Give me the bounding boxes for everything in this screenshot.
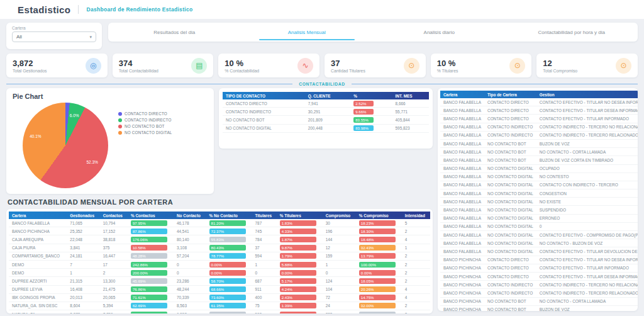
percent-cell: 62.69% (128, 302, 174, 310)
status-badge: 176.06% (131, 237, 167, 242)
table-cell: CONTACTO INDIRECTO (484, 131, 536, 139)
tab-analisis-diario[interactable]: Analisis diario (373, 23, 506, 42)
table-cell: NATURA_GA. SIN DESC (9, 302, 67, 310)
table-row: CONTACTO DIRECTO7,9412.52%8,666 (223, 99, 429, 108)
table-cell: 23,286 (174, 277, 206, 285)
table-cell: 0 (174, 269, 206, 277)
monthly-table-title: CONTACTABILIDAD MENSUAL POR CARTERA (6, 194, 433, 209)
page-title: Estadistico (18, 4, 70, 15)
table-cell: CONTACTO INDIRECTO (484, 289, 536, 297)
table-cell: DUPREE AZZORTI (9, 277, 67, 285)
table-cell: CONTACTO DIRECTO (484, 256, 536, 264)
status-badge: 72.37% (209, 229, 246, 234)
percent-cell: 68.66% (206, 285, 252, 293)
table-cell: CONTACTO DIRECTO (484, 264, 536, 272)
table-cell: NO CONTACTO DIGITAL (484, 222, 536, 230)
tab-contactabilidad-por-hora-y-dia[interactable]: Contactabilidad por hora y dia (506, 23, 638, 42)
table-cell: DUPREE LEYVA (9, 285, 67, 293)
table-cell: 0 (252, 269, 277, 277)
table-cell: CONTACTO EFECTIVO - TITULAR NO DESEA INF… (536, 98, 638, 106)
percent-cell: 73.60% (206, 293, 252, 302)
percent-cell: 83.55% (350, 116, 392, 124)
table-cell: DEMO (9, 260, 67, 268)
table-cell: 104 (323, 285, 356, 293)
table-row: BANCO PICHINCHANO CONTACTO BOTBUZON DE V… (440, 305, 638, 311)
table-row: DUPREE AZZORTI21,31513,30045.69%23,28658… (9, 277, 430, 285)
table-cell: CONTACTO EFECTIVO - TITULAR INFORMADO (536, 264, 638, 272)
table-cell: 30,291 (305, 108, 350, 116)
gestion-table: CarteraTipo de CarteraGestionQ.Clients% … (440, 91, 638, 311)
table-cell: NO CONTACTO BOT (484, 297, 536, 305)
table-cell: 3,841 (67, 244, 99, 252)
table-cell: 0 (536, 222, 638, 230)
table-row: COMPARTAMOS_BANCO24,18116,44748.28%57,20… (9, 252, 430, 260)
percent-cell: 32.00% (356, 302, 402, 310)
percent-cell: 176.06% (128, 235, 174, 244)
percent-cell: 43.27% (206, 310, 252, 313)
column-header: Q. CLIENTE (305, 92, 350, 99)
percent-cell: 18.05% (356, 277, 402, 285)
status-badge: 18.48% (359, 237, 396, 242)
table-cell: 124 (323, 277, 356, 285)
status-badge: 1.79% (280, 253, 316, 259)
dashboard: Estadistico Dashboard de Rendimiento Est… (0, 0, 644, 316)
table-cell: BANCO PICHINCHA (440, 305, 484, 311)
table-cell: NO CONTACTO DIGITAL (484, 214, 536, 222)
percent-cell: 45.59% (356, 310, 402, 313)
table-cell: 8,563 (174, 302, 206, 310)
legend-dot (118, 112, 122, 116)
column-header: % Compromiso (356, 212, 402, 219)
table-row: DEMO717242.86%00.00%15.88%1100.00%2 (9, 260, 430, 268)
table-row: BANCO FALABELLANO CONTACTO DIGITALERRONE… (440, 214, 638, 222)
table-cell: BANCO FALABELLA (440, 247, 484, 256)
table-cell: BANCO PICHINCHA (440, 289, 484, 297)
percent-cell: 97.95% (128, 219, 174, 227)
main-content: Pie Chart 6.0%52.3%40.1% CONTACTO DIRECT… (0, 88, 644, 313)
column-header: % No Contacto (206, 212, 252, 219)
table-row: BANCO FALABELLANO CONTACTO BOTNO CONTACT… (440, 148, 638, 156)
table-cell: BANCO FALABELLA (440, 189, 484, 198)
table-row: BANCO PICHINCHACONTACTO DIRECTOCONTACTO … (440, 256, 638, 264)
table-row: BANCO FALABELLANO CONTACTO DIGITALCONTAC… (440, 181, 638, 189)
table-cell: 24,181 (67, 252, 99, 260)
legend-dot (118, 118, 122, 122)
table-cell: CONTACTO INDIRECTO - TERCERO RELACIONADO (536, 131, 638, 139)
status-badge: 55.83% (209, 237, 246, 242)
kpi-row: 3,872Total Gestionados◎374Total Contacta… (0, 50, 644, 79)
table-cell: BANCO FALABELLA (440, 231, 484, 239)
table-cell: 10,794 (100, 219, 128, 227)
percent-cell: 20.26% (356, 285, 402, 293)
percent-cell: 1.83% (277, 219, 323, 227)
table-cell: NO CONTACTO DIGITAL (484, 247, 536, 256)
gestion-table-card[interactable]: CarteraTipo de CarteraGestionQ.Clients% … (438, 88, 638, 311)
table-row: BANCO FALABELLANO CONTACTO DIGITAL010.01… (440, 222, 638, 230)
percent-cell: 87.86% (128, 227, 174, 235)
table-cell: 22,048 (67, 235, 99, 244)
table-row: CAJA AREQUIPA22,04838,818176.06%80,14055… (9, 235, 430, 244)
status-badge: 14.75% (359, 295, 396, 300)
table-cell: NO CONTACTO BOT (484, 139, 536, 147)
table-cell: 2 (402, 277, 430, 285)
table-cell: 17,152 (100, 227, 128, 235)
status-badge: 18.30% (359, 229, 396, 234)
tab-resultados-del-dia[interactable]: Resultados del dia (108, 23, 241, 42)
table-cell: 12 (323, 244, 356, 252)
tab-analisis-mensual[interactable]: Analisis Mensual (241, 23, 374, 42)
breadcrumb-subtitle[interactable]: Dashboard de Rendimiento Estadistico (86, 6, 192, 13)
table-cell: BANCO FALABELLA (440, 222, 484, 230)
status-badge: 80.43% (209, 245, 246, 251)
status-badge: 71.61% (131, 295, 167, 300)
status-badge: 10.58% (131, 245, 167, 251)
cartera-select[interactable]: All ▾ (12, 31, 96, 42)
monthly-table-card[interactable]: CarteraGestionadosContactos% ContactosNo… (6, 209, 433, 313)
table-cell: 2 (402, 302, 430, 310)
table-cell: BANCO FALABELLA (440, 239, 484, 247)
column-header: TIPO DE CONTACTO (223, 92, 305, 99)
table-cell: NO CONTACTO BOT (484, 156, 536, 164)
table-cell: BANCO PICHINCHA (9, 227, 67, 235)
table-cell: BANCO FALABELLA (440, 181, 484, 189)
percent-cell: 80.43% (206, 244, 252, 252)
top-bar: Estadistico Dashboard de Rendimiento Est… (0, 0, 644, 19)
kpi-card: 374Total Contactabilidad▤ (113, 54, 214, 77)
status-badge: 18.05% (359, 278, 396, 284)
